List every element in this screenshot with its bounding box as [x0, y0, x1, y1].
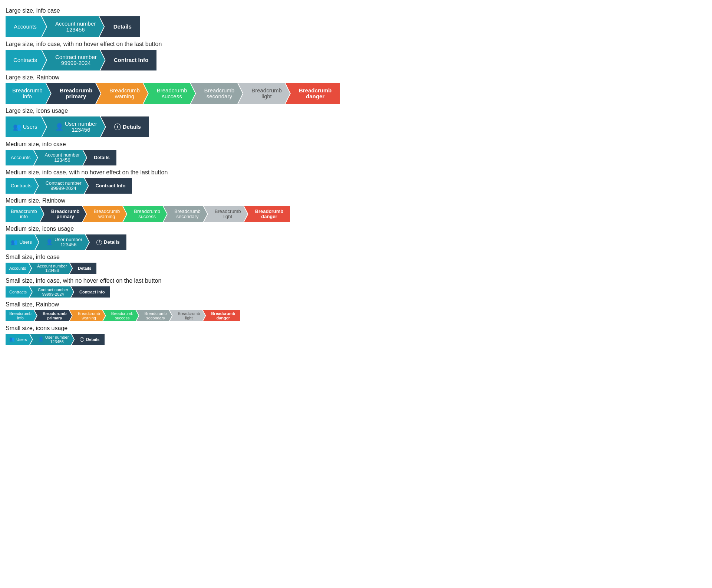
- crumb-text-line1: Breadcrumb: [93, 209, 120, 214]
- crumb-text-line1: Breadcrumb: [60, 88, 92, 94]
- crumb-text-line2: 123456: [60, 242, 76, 247]
- crumb-text: Breadcrumb secondary: [174, 209, 201, 220]
- breadcrumb-crumb[interactable]: Contract number 99999-2024: [42, 50, 105, 70]
- breadcrumb-crumb[interactable]: Details: [70, 263, 96, 274]
- breadcrumb-crumb[interactable]: Breadcrumb info: [6, 206, 44, 222]
- breadcrumb-crumb[interactable]: Breadcrumb info: [6, 83, 51, 104]
- crumb-text: Contract number 99999-2024: [46, 181, 82, 191]
- crumb-text: User number 123456: [55, 237, 82, 248]
- crumb-text-line1: Breadcrumb: [11, 209, 37, 214]
- breadcrumb-crumb[interactable]: iDetails: [101, 116, 149, 137]
- crumb-text: Breadcrumb info: [12, 88, 43, 100]
- breadcrumb-crumb[interactable]: Contract number 99999-2024: [30, 286, 73, 298]
- breadcrumb-crumb[interactable]: Details: [99, 16, 140, 37]
- breadcrumb-crumb[interactable]: 👥Users: [6, 334, 32, 345]
- crumb-text-line1: Breadcrumb: [9, 311, 32, 316]
- crumb-text: User number 123456: [45, 335, 69, 344]
- crumb-text-line1: User number: [55, 237, 82, 242]
- crumb-text: Contract Info: [114, 57, 148, 63]
- section-label: Large size, icons usage: [6, 108, 706, 114]
- crumb-text: Breadcrumb light: [251, 88, 282, 100]
- breadcrumb-crumb[interactable]: Breadcrumb danger: [286, 83, 340, 104]
- crumb-text-line2: danger: [216, 316, 230, 320]
- breadcrumb-crumb[interactable]: Contracts: [6, 178, 38, 194]
- breadcrumb-crumb[interactable]: Breadcrumb secondary: [136, 310, 172, 321]
- crumb-text-line1: Breadcrumb: [178, 311, 200, 316]
- section-label: Large size, Rainbow: [6, 74, 706, 81]
- crumb-text: Breadcrumb warning: [93, 209, 120, 220]
- users-icon: 👥: [13, 123, 21, 131]
- breadcrumb-crumb[interactable]: 👥Users: [6, 116, 46, 137]
- section-label: Medium size, info case: [6, 141, 706, 148]
- crumb-text-line1: Breadcrumb: [251, 88, 282, 94]
- breadcrumb-crumb[interactable]: Breadcrumb secondary: [164, 206, 207, 222]
- breadcrumb-crumb[interactable]: Accounts: [6, 16, 46, 37]
- breadcrumb-crumb[interactable]: Account number 123456: [29, 263, 72, 274]
- breadcrumb-crumb[interactable]: Breadcrumb primary: [40, 206, 86, 222]
- breadcrumb-crumb[interactable]: Breadcrumb warning: [70, 310, 105, 321]
- breadcrumb-crumb[interactable]: Breadcrumb warning: [83, 206, 126, 222]
- crumb-text: Breadcrumb light: [178, 311, 200, 320]
- breadcrumb-crumb[interactable]: Contracts: [6, 50, 46, 70]
- crumb-text-line2: info: [23, 93, 32, 100]
- crumb-text: Details: [94, 155, 110, 161]
- breadcrumb-crumb[interactable]: Contract Info: [100, 50, 156, 70]
- breadcrumb-crumb[interactable]: Contract Info: [85, 178, 132, 194]
- breadcrumb-crumb[interactable]: Breadcrumb light: [204, 206, 248, 222]
- crumb-text: Breadcrumb info: [11, 209, 37, 220]
- breadcrumb-crumb[interactable]: Breadcrumb success: [103, 310, 139, 321]
- crumb-text: Breadcrumb primary: [60, 88, 92, 100]
- crumb-text-line2: secondary: [146, 316, 165, 320]
- breadcrumb-crumb[interactable]: Account number 123456: [34, 150, 86, 165]
- breadcrumb-trail: Breadcrumb info Breadcrumb primary Bread…: [6, 310, 706, 321]
- breadcrumb-crumb[interactable]: Breadcrumb primary: [46, 83, 100, 104]
- crumb-text: Breadcrumb primary: [43, 311, 67, 320]
- breadcrumb-crumb[interactable]: Breadcrumb danger: [244, 206, 290, 222]
- breadcrumb-crumb[interactable]: iDetails: [86, 234, 126, 250]
- breadcrumb-crumb[interactable]: iDetails: [72, 334, 105, 345]
- crumb-text-line2: success: [162, 93, 182, 100]
- section-label: Medium size, icons usage: [6, 226, 706, 232]
- breadcrumb-crumb[interactable]: Breadcrumb primary: [34, 310, 72, 321]
- crumb-text: Breadcrumb info: [9, 311, 32, 320]
- crumb-text: Breadcrumb danger: [211, 311, 235, 320]
- crumb-text-line1: Account number: [37, 264, 67, 268]
- breadcrumb-crumb[interactable]: Breadcrumb light: [169, 310, 205, 321]
- crumb-text: Details: [78, 266, 91, 271]
- user-icon: 👤: [38, 337, 44, 342]
- breadcrumb-crumb[interactable]: Breadcrumb secondary: [191, 83, 243, 104]
- breadcrumb-crumb[interactable]: Breadcrumb danger: [203, 310, 240, 321]
- breadcrumb-crumb[interactable]: 👤 User number 123456: [30, 334, 74, 345]
- breadcrumb-trail: Accounts Account number 123456 Details: [6, 263, 706, 274]
- breadcrumb-crumb[interactable]: Breadcrumb success: [144, 83, 195, 104]
- crumb-text: Breadcrumb warning: [78, 311, 100, 320]
- info-circle-icon: i: [96, 240, 102, 245]
- crumb-text-line2: primary: [47, 316, 62, 320]
- crumb-text-line2: success: [115, 316, 130, 320]
- breadcrumb-crumb[interactable]: 👤 User number 123456: [42, 116, 105, 137]
- crumb-text-line2: light: [261, 93, 272, 100]
- breadcrumb-crumb[interactable]: Breadcrumb light: [238, 83, 290, 104]
- crumb-text: Accounts: [9, 266, 26, 271]
- breadcrumb-crumb[interactable]: Breadcrumb info: [6, 310, 37, 321]
- section-label: Small size, info case: [6, 254, 706, 260]
- breadcrumb-crumb[interactable]: Details: [83, 150, 116, 165]
- crumb-text-line1: Breadcrumb: [43, 311, 67, 316]
- breadcrumb-crumb[interactable]: Breadcrumb success: [123, 206, 167, 222]
- breadcrumb-crumb[interactable]: Breadcrumb warning: [96, 83, 148, 104]
- breadcrumb-crumb[interactable]: Account number 123456: [42, 16, 104, 37]
- breadcrumb-crumb[interactable]: Contracts: [6, 286, 32, 298]
- crumb-text: Breadcrumb secondary: [145, 311, 167, 320]
- crumb-text-line2: secondary: [207, 93, 232, 100]
- breadcrumb-crumb[interactable]: Accounts: [6, 263, 31, 274]
- crumb-text-line2: 123456: [50, 339, 64, 344]
- breadcrumb-crumb[interactable]: Accounts: [6, 150, 37, 165]
- crumb-text-line1: Breadcrumb: [134, 209, 160, 214]
- breadcrumb-trail: 👥Users👤 User number 123456 iDetails: [6, 234, 706, 250]
- breadcrumb-crumb[interactable]: 👤 User number 123456: [35, 234, 89, 250]
- breadcrumb-crumb[interactable]: Contract Info: [71, 286, 110, 298]
- breadcrumb-crumb[interactable]: 👥Users: [6, 234, 39, 250]
- crumb-text-line1: User number: [65, 121, 97, 127]
- breadcrumb-crumb[interactable]: Contract number 99999-2024: [35, 178, 88, 194]
- crumb-text: Account number 123456: [37, 264, 67, 273]
